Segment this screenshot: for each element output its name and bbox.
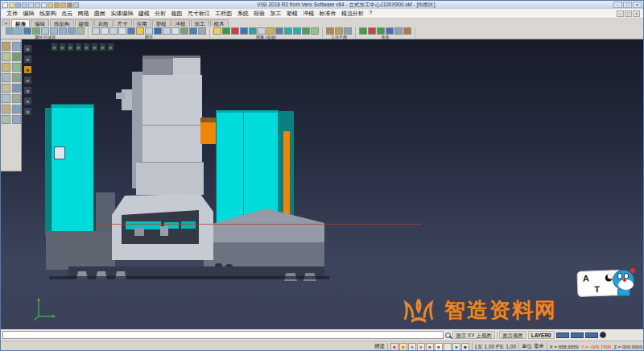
ribbon-tab-8[interactable]: 冲模 [171, 19, 190, 27]
view-right-icon[interactable]: ■ [91, 43, 98, 52]
offset-icon[interactable] [2, 94, 10, 103]
viewport-3d[interactable]: ■■■■■■■■ ■■■■■■■ 智造资料网 [1, 39, 644, 329]
menu-item-16[interactable]: 冲模 [300, 10, 316, 18]
system-database-icon[interactable] [386, 27, 394, 35]
fillet-icon[interactable] [2, 73, 10, 82]
zoom-selected-icon[interactable] [240, 27, 248, 35]
menu-item-18[interactable]: 模流分析 [339, 10, 366, 18]
display-options-icon[interactable]: ■ [23, 107, 32, 116]
hide-entity-icon[interactable]: ■ [23, 97, 32, 105]
redraw-icon[interactable] [92, 27, 100, 35]
print-icon[interactable] [28, 2, 34, 8]
window-button-2[interactable]: × [633, 2, 642, 8]
menu-item-9[interactable]: 视图 [168, 10, 184, 18]
menu-item-1[interactable]: 编辑 [20, 10, 36, 18]
zoom-in-icon[interactable] [213, 27, 221, 35]
wireframe-point-icon[interactable] [2, 42, 10, 51]
layer-indicator[interactable]: LAYER0 [528, 331, 555, 339]
view-refresh-icon[interactable] [311, 27, 319, 35]
ribbon-tab-5[interactable]: 尺寸 [114, 19, 132, 27]
copy-icon[interactable] [41, 2, 47, 8]
snap-intersection-icon[interactable]: ■ [435, 343, 443, 351]
ribbon-tab-0[interactable]: 标准 [11, 19, 30, 27]
color-swatch[interactable] [571, 332, 584, 338]
ribbon-tab-4[interactable]: 表面 [94, 19, 113, 27]
ribbon-tab-9[interactable]: 加工 [191, 19, 209, 27]
open-file-icon[interactable] [9, 2, 14, 8]
menu-item-3[interactable]: 点云 [59, 10, 75, 18]
layer-tool-icon[interactable]: ■ [23, 76, 32, 85]
view-rotate-icon[interactable]: ■ [107, 43, 114, 52]
section-view-icon[interactable] [180, 27, 188, 35]
trim-icon[interactable] [2, 84, 10, 93]
status-indicator-icon[interactable] [600, 332, 606, 338]
redo-icon[interactable] [60, 2, 66, 8]
command-input[interactable] [2, 331, 444, 339]
snap-grid-icon[interactable]: ■ [390, 343, 398, 351]
color-swatch[interactable] [556, 332, 569, 338]
menu-item-15[interactable]: 塑模 [284, 10, 300, 18]
measure-icon[interactable]: ■ [23, 86, 32, 95]
snap-crosshair-icon[interactable]: ■ [461, 343, 469, 351]
zoom-window-icon[interactable] [101, 27, 109, 35]
menu-item-19[interactable]: ? [366, 10, 374, 18]
filter-wireframe-icon[interactable] [59, 27, 67, 35]
wireframe-mode-icon[interactable] [145, 27, 153, 35]
view-back-icon[interactable]: ■ [75, 43, 82, 52]
attribute-linetype-icon[interactable] [23, 27, 31, 35]
shade-mode-icon[interactable] [136, 27, 144, 35]
filter-reset-icon[interactable] [76, 27, 85, 35]
save-file-icon[interactable] [15, 2, 21, 8]
view-top-icon[interactable]: ■ [59, 43, 66, 52]
extend-icon[interactable] [12, 84, 21, 93]
system-settings-icon[interactable] [368, 27, 376, 35]
attribute-layer-icon[interactable] [14, 27, 23, 35]
view-iso-icon[interactable]: ■ [51, 43, 58, 52]
workplane-define-icon[interactable] [335, 27, 343, 35]
paste-icon[interactable] [47, 2, 53, 8]
zoom-extents-icon[interactable] [231, 27, 239, 35]
circle-icon[interactable] [12, 52, 21, 61]
delete-icon[interactable] [12, 115, 21, 124]
chamfer-icon[interactable] [12, 73, 21, 82]
render-icon[interactable] [189, 27, 197, 35]
attribute-color-icon[interactable] [6, 27, 14, 35]
view-indicator[interactable]: 激活视图 [499, 331, 526, 339]
workplane-xy-icon[interactable] [326, 27, 334, 35]
snap-midpoint-icon[interactable]: ■ [417, 343, 425, 351]
document-window-button-1[interactable]: □ [625, 10, 632, 17]
pan-icon[interactable] [127, 27, 135, 35]
stamp-icon[interactable] [67, 2, 72, 8]
system-calculator-icon[interactable] [359, 27, 367, 35]
snap-ortho-icon[interactable]: ■ [399, 343, 407, 351]
highlight-active-icon[interactable]: ■ [23, 65, 32, 74]
snap-center-icon[interactable]: ■ [426, 343, 434, 351]
view-front-icon[interactable] [258, 27, 266, 35]
rotate-icon[interactable] [2, 105, 10, 114]
workplane-indicator[interactable]: 激活 XY 上视图 [452, 331, 495, 339]
view-bottom-icon[interactable]: ■ [99, 43, 106, 52]
window-button-1[interactable]: □ [623, 2, 632, 8]
menu-item-17[interactable]: 标准件 [316, 10, 338, 18]
ribbon-tab-7[interactable]: 塑模 [152, 19, 171, 27]
filter-points-icon[interactable] [68, 27, 76, 35]
scale-icon[interactable] [2, 115, 10, 124]
snap-endpoint-icon[interactable]: ■ [408, 343, 416, 351]
select-window-icon[interactable]: ■ [23, 55, 32, 64]
system-info-icon[interactable] [394, 27, 402, 35]
system-options-icon[interactable] [403, 27, 411, 35]
view-side-icon[interactable] [266, 27, 275, 35]
search-icon[interactable] [445, 332, 451, 338]
color-swatch[interactable] [585, 332, 598, 338]
view-left-icon[interactable]: ■ [83, 43, 90, 52]
arc-icon[interactable] [2, 52, 10, 61]
view-previous-icon[interactable] [302, 27, 310, 35]
workplane-align-icon[interactable] [344, 27, 352, 35]
zoom-previous-icon[interactable] [118, 27, 126, 35]
polyline-icon[interactable] [12, 63, 21, 72]
ribbon-tab-2[interactable]: 线架构 [50, 19, 74, 27]
document-window-button-0[interactable]: – [617, 10, 624, 17]
menu-item-2[interactable]: 线架构 [37, 10, 59, 18]
menu-item-10[interactable]: 尺寸标注 [185, 10, 213, 18]
ribbon-tab-10[interactable]: 模具 [210, 19, 229, 27]
